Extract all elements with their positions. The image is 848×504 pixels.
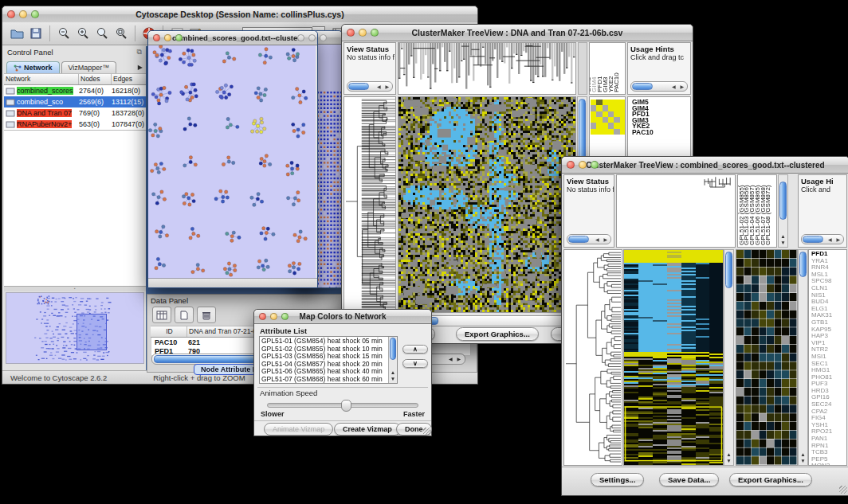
tv2-export-graphics-button[interactable]: Export Graphics... bbox=[729, 473, 812, 486]
resize-grip-icon[interactable] bbox=[839, 486, 847, 494]
dialog-titlebar[interactable]: Map Colors to Network bbox=[254, 310, 431, 324]
float-panel-icon[interactable]: ⧉ bbox=[137, 48, 146, 57]
gene-label[interactable]: MON2 bbox=[811, 463, 846, 466]
usage-hints-scrollbar[interactable]: ◀ ▶ bbox=[801, 234, 844, 244]
tab-vizmapper[interactable]: VizMapper™ bbox=[61, 61, 117, 73]
open-session-icon[interactable] bbox=[8, 25, 26, 42]
data-table-icon[interactable] bbox=[152, 307, 171, 323]
row-label[interactable]: PAC10 bbox=[632, 130, 690, 136]
panel-splitter[interactable]: ▪ bbox=[4, 287, 146, 291]
treeview1-titlebar[interactable]: ClusterMaker TreeView : DNA and Tran 07-… bbox=[342, 25, 693, 41]
usage-hints-text: Click and bbox=[799, 186, 846, 193]
delete-attribute-trash-icon[interactable] bbox=[197, 307, 216, 323]
minimize-button[interactable] bbox=[308, 34, 316, 41]
toolbar-separator bbox=[135, 25, 135, 41]
new-attribute-icon[interactable] bbox=[175, 307, 194, 323]
tv2-view-status-panel: View Status No status info f ◀ ▶ bbox=[563, 174, 614, 248]
network-table-row[interactable]: combined_scores 2764(0) 16218(0) bbox=[4, 85, 146, 96]
zoom-selected-icon[interactable] bbox=[112, 25, 130, 42]
tv2-row-dendrogram-panel[interactable] bbox=[563, 249, 622, 466]
zoom-button[interactable] bbox=[281, 313, 289, 320]
network-view-canvas[interactable] bbox=[148, 45, 316, 278]
main-titlebar[interactable]: Cytoscape Desktop (Session Name: collins… bbox=[2, 6, 477, 23]
column-label: PAC10 bbox=[619, 43, 625, 94]
correlation-matrix[interactable] bbox=[591, 100, 626, 135]
zoom-button[interactable] bbox=[320, 34, 327, 41]
minimize-button[interactable] bbox=[359, 29, 367, 37]
create-vizmap-button[interactable]: Create Vizmap bbox=[334, 423, 401, 436]
hscroll-arrows-icon[interactable]: ◀ ▶ bbox=[449, 356, 462, 361]
animate-vizmap-button[interactable]: Animate Vizmap bbox=[264, 423, 333, 436]
slider-slower-label: Slower bbox=[261, 410, 285, 418]
attribute-listbox[interactable]: GPL51-01 (GSM854) heat shock 05 minGPL51… bbox=[259, 336, 398, 384]
move-attribute-down-button[interactable]: ∨ bbox=[402, 359, 428, 368]
network1-bottom-scrollbar[interactable] bbox=[148, 278, 317, 287]
close-button[interactable] bbox=[297, 34, 304, 41]
zoom-button[interactable] bbox=[175, 34, 183, 41]
close-button[interactable] bbox=[259, 313, 266, 320]
zoom-out-icon[interactable] bbox=[55, 25, 73, 42]
attribute-list-vscrollbar[interactable]: ▲▼ bbox=[388, 337, 397, 383]
desktop: Cytoscape Desktop (Session Name: collins… bbox=[0, 0, 848, 504]
view-status-scrollbar[interactable]: ◀ ▶ bbox=[567, 234, 611, 244]
toolbar-separator bbox=[49, 25, 50, 41]
slider-faster-label: Faster bbox=[403, 410, 425, 418]
tv2-column-dendrogram-panel[interactable] bbox=[616, 174, 736, 248]
network-item-icon bbox=[6, 87, 15, 95]
tv1-column-labels-panel: GIM5GIM4PFD1GIM3YKE2PAC10 bbox=[589, 42, 626, 95]
tab-overflow-icon[interactable]: ▶ bbox=[138, 64, 143, 71]
tv2-zoom-heatmap-panel[interactable] bbox=[736, 249, 798, 466]
save-session-icon[interactable] bbox=[27, 25, 45, 42]
animation-speed-slider[interactable] bbox=[267, 403, 418, 408]
tv2-save-data-button[interactable]: Save Data... bbox=[659, 473, 719, 486]
tv2-global-vscrollbar[interactable]: ▲▼ bbox=[724, 249, 734, 466]
network-table-row[interactable]: RNAPuberNov2+ 563(0) 107847(0) bbox=[4, 119, 146, 130]
view-status-scrollbar[interactable]: ◀ ▶ bbox=[347, 81, 393, 92]
network-item-icon bbox=[6, 109, 15, 117]
network-window-main: combined_scores_good.txt--cluste... bbox=[147, 30, 318, 288]
usage-hints-text: Click and drag tc bbox=[628, 53, 690, 61]
tv2-global-heatmap-panel[interactable] bbox=[623, 249, 724, 466]
network-grid-canvas[interactable] bbox=[316, 91, 342, 287]
treeview2-window: ClusterMaker TreeView : combined_scores_… bbox=[561, 156, 848, 496]
tv1-export-graphics-button[interactable]: Export Graphics... bbox=[456, 327, 539, 341]
close-button[interactable] bbox=[567, 161, 575, 169]
slider-thumb[interactable] bbox=[341, 400, 351, 412]
tv1-column-dendrogram-panel[interactable] bbox=[398, 42, 576, 95]
zoom-in-icon[interactable] bbox=[74, 25, 92, 42]
close-button[interactable] bbox=[153, 34, 160, 41]
zoom-button[interactable] bbox=[371, 29, 379, 37]
tv2-settings-button[interactable]: Settings... bbox=[591, 473, 644, 486]
tv1-heatmap-panel[interactable] bbox=[398, 96, 576, 313]
minimize-button[interactable] bbox=[19, 10, 27, 18]
minimize-button[interactable] bbox=[164, 34, 171, 41]
tv2-collabel-vscrollbar[interactable]: ▲▼ bbox=[778, 174, 788, 248]
move-attribute-up-button[interactable]: ∧ bbox=[402, 345, 428, 354]
zoom-button[interactable] bbox=[591, 161, 599, 169]
network-window-title: combined_scores_good.txt--cluste... bbox=[172, 33, 317, 42]
treeview2-titlebar[interactable]: ClusterMaker TreeView : combined_scores_… bbox=[562, 157, 848, 174]
tv1-row-dendrogram-panel[interactable] bbox=[344, 96, 396, 313]
minimize-button[interactable] bbox=[270, 313, 277, 320]
tab-network[interactable]: Network bbox=[6, 61, 60, 73]
close-button[interactable] bbox=[7, 10, 15, 18]
usage-hints-title: Usage Hints bbox=[628, 43, 690, 53]
usage-hints-scrollbar[interactable]: ◀ ▶ bbox=[630, 81, 688, 92]
network-table-row[interactable]: DNA and Tran 07 769(0) 183728(0) bbox=[4, 107, 146, 119]
network-table: combined_scores 2764(0) 16218(0) combine… bbox=[4, 85, 146, 131]
tv2-zoom-vscrollbar[interactable]: ▲▼ bbox=[798, 249, 808, 466]
network1-titlebar[interactable]: combined_scores_good.txt--cluste... bbox=[148, 31, 317, 45]
network-overview-canvas[interactable] bbox=[6, 292, 144, 364]
network-table-row[interactable]: combined_sco 2569(6) 13112(15) bbox=[4, 96, 146, 107]
network-item-icon bbox=[6, 120, 15, 128]
attribute-list-item[interactable]: GPL51-07 (GSM868) heat shock 60 min bbox=[261, 376, 397, 384]
zoom-button[interactable] bbox=[31, 10, 39, 18]
control-panel-title: Control Panel bbox=[4, 48, 137, 57]
zoom-fit-icon[interactable] bbox=[93, 25, 111, 42]
network-tab-icon bbox=[14, 64, 22, 72]
minimize-button[interactable] bbox=[579, 161, 587, 169]
map-colors-dialog: Map Colors to Network Attribute List GPL… bbox=[253, 309, 432, 436]
dialog-resize-grip-icon[interactable] bbox=[423, 428, 430, 435]
close-button[interactable] bbox=[347, 29, 355, 37]
tv2-gene-list-panel: PFD1YRA1RNR4MSL1SPC98CLN1NIS1BUD4ELG1MAK… bbox=[808, 249, 847, 466]
